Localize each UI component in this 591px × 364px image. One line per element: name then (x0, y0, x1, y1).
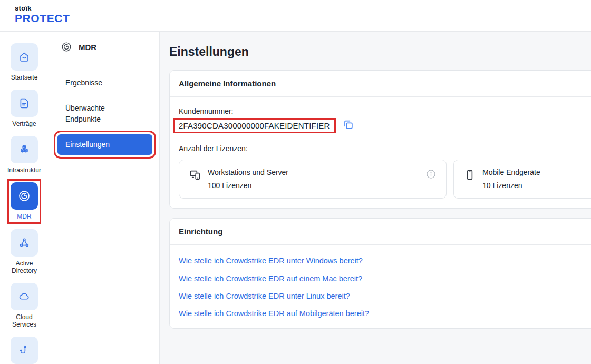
main-content: Einstellungen Allgemeine Informationen K… (160, 32, 591, 364)
setup-link-mac[interactable]: Wie stelle ich Crowdstrike EDR auf einem… (179, 274, 362, 283)
sidebar-item-cloud-services[interactable]: Cloud Services (4, 283, 45, 328)
sidebar-item-label: Cloud Services (4, 313, 45, 328)
copy-icon[interactable] (342, 119, 354, 131)
brand-product: PROTECT (15, 13, 70, 24)
cloud-icon (11, 283, 38, 310)
sidebar-item-phishing[interactable]: Phishing (11, 337, 38, 364)
sidebar-item-label: MDR (17, 213, 31, 220)
home-icon (11, 43, 38, 71)
subnav-item-ergebnisse[interactable]: Ergebnisse (57, 73, 151, 93)
page-title: Einstellungen (169, 45, 591, 59)
document-icon (11, 90, 38, 117)
license-text: Workstations und Server 100 Lizenzen (208, 168, 425, 191)
sidebar-item-mdr[interactable]: MDR (11, 182, 38, 220)
workstation-icon (189, 169, 201, 181)
license-card-mobile: Mobile Endgeräte 10 Lizenzen (453, 160, 591, 199)
setup-links: Wie stelle ich Crowdstrike EDR unter Win… (179, 255, 591, 319)
sidebar-item-label: Startseite (11, 74, 38, 81)
hook-icon (11, 337, 38, 364)
license-row: Workstations und Server 100 Lizenzen (179, 160, 591, 199)
subnav-list: Ergebnisse Überwachte Endpunkte Einstell… (50, 73, 159, 155)
mdr-subnav: MDR Ergebnisse Überwachte Endpunkte Eins… (50, 32, 160, 364)
license-count: 100 Lizenzen (208, 181, 425, 191)
sidebar-item-startseite[interactable]: Startseite (11, 43, 38, 81)
target-icon (11, 182, 38, 210)
primary-sidebar: Startseite Verträge Infrastruktur (0, 32, 49, 364)
licenses-label: Anzahl der Lizenzen: (179, 144, 591, 153)
sidebar-item-vertraege[interactable]: Verträge (11, 90, 38, 127)
mobile-icon (463, 169, 476, 181)
setup-link-windows[interactable]: Wie stelle ich Crowdstrike EDR unter Win… (179, 257, 363, 265)
brand-logo[interactable]: stoïk PROTECT (15, 5, 70, 24)
network-icon (11, 229, 38, 257)
general-information-card-title: Allgemeine Informationen (170, 71, 591, 97)
general-information-card: Allgemeine Informationen Kundennummer: 2… (169, 70, 591, 209)
brand-name: stoïk (15, 5, 70, 12)
cubes-icon (11, 136, 38, 163)
sidebar-item-label: Active Directory (4, 260, 45, 274)
sidebar-item-label: Verträge (12, 120, 36, 127)
info-icon[interactable] (425, 169, 437, 180)
top-header: stoïk PROTECT (0, 0, 591, 32)
sidebar-item-infrastruktur[interactable]: Infrastruktur (7, 136, 41, 174)
license-name: Workstations und Server (208, 168, 288, 176)
license-name: Mobile Endgeräte (482, 168, 540, 176)
license-card-workstations: Workstations und Server 100 Lizenzen (179, 160, 447, 199)
setup-link-linux[interactable]: Wie stelle ich Crowdstrike EDR unter Lin… (179, 292, 350, 301)
target-icon (61, 41, 72, 53)
sidebar-item-active-directory[interactable]: Active Directory (4, 229, 45, 274)
customer-number-label: Kundennummer: (179, 107, 591, 115)
customer-number-row: 2FA390CDA300000000FAKEIDENTIFIER (179, 118, 591, 133)
license-text: Mobile Endgeräte 10 Lizenzen (482, 168, 591, 191)
setup-card-title: Einrichtung (170, 219, 591, 245)
customer-number-value: 2FA390CDA300000000FAKEIDENTIFIER (173, 118, 336, 133)
setup-card: Einrichtung Wie stelle ich Crowdstrike E… (169, 218, 591, 329)
setup-card-body: Wie stelle ich Crowdstrike EDR unter Win… (170, 245, 591, 328)
setup-link-mobile[interactable]: Wie stelle ich Crowdstrike EDR auf Mobil… (179, 309, 369, 318)
license-count: 10 Lizenzen (482, 181, 591, 191)
subnav-item-ueberwachte-endpunkte[interactable]: Überwachte Endpunkte (57, 98, 151, 130)
subnav-item-einstellungen[interactable]: Einstellungen (57, 134, 152, 155)
sidebar-item-label: Infrastruktur (7, 166, 41, 174)
subnav-title: MDR (79, 43, 96, 52)
general-information-card-body: Kundennummer: 2FA390CDA300000000FAKEIDEN… (170, 97, 591, 208)
subnav-header: MDR (50, 32, 159, 62)
